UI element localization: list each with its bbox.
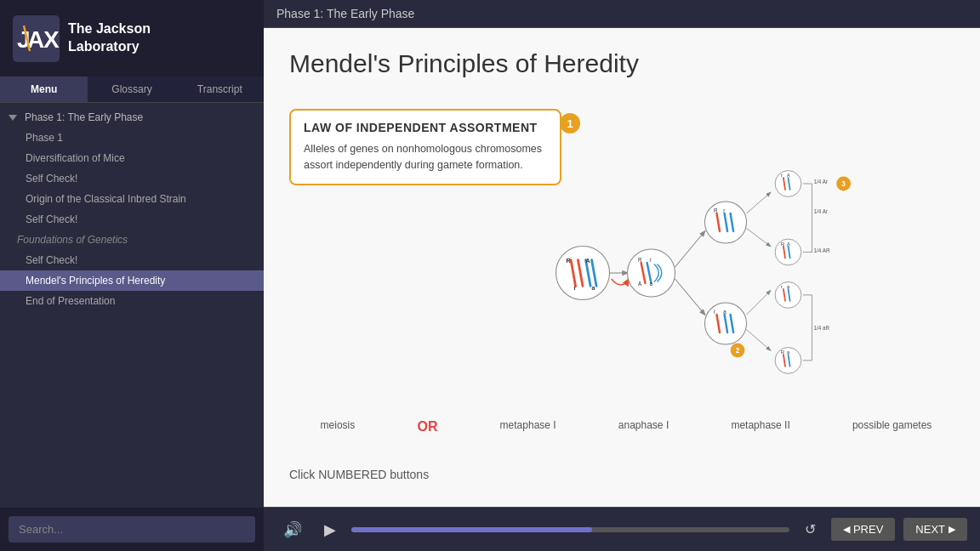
sidebar: J A X The Jackson Laboratory Menu Glossa… (0, 0, 264, 551)
svg-text:A: A (787, 241, 790, 247)
stage-meiosis: meiosis (321, 419, 356, 435)
tab-bar: Menu Glossary Transcript (0, 77, 264, 103)
volume-icon: 🔊 (283, 520, 302, 539)
stage-metaphase1: metaphase I (500, 419, 556, 435)
progress-fill (351, 527, 592, 532)
svg-text:2: 2 (736, 346, 740, 355)
svg-text:R: R (781, 241, 784, 247)
next-label: NEXT (915, 523, 945, 536)
svg-text:r: r (649, 257, 651, 263)
svg-text:1/4 Ar: 1/4 Ar (814, 208, 828, 214)
nav-item-selfcheck3[interactable]: Self Check! (0, 250, 264, 270)
svg-line-22 (675, 231, 705, 267)
logo-text: The Jackson Laboratory (68, 20, 151, 56)
nav-item-phase1[interactable]: Phase 1 (0, 128, 264, 148)
svg-text:r: r (714, 309, 715, 315)
svg-line-38 (747, 193, 771, 214)
nav-item-selfcheck2[interactable]: Self Check! (0, 209, 264, 230)
svg-line-39 (747, 229, 771, 247)
prev-chevron-icon: ◀ (843, 524, 850, 535)
svg-point-15 (628, 249, 675, 297)
svg-text:1/4 aR: 1/4 aR (814, 325, 830, 331)
header-title: Phase 1: The Early Phase (276, 7, 414, 20)
svg-text:r: r (781, 284, 783, 289)
svg-text:R: R (714, 207, 718, 213)
stage-possible-gametes: possible gametes (852, 419, 932, 435)
volume-button[interactable]: 🔊 (276, 517, 309, 542)
nav-item-diversification[interactable]: Diversification of Mice (0, 148, 264, 168)
svg-text:r: r (723, 207, 725, 213)
nav-item-origin[interactable]: Origin of the Classical Inbred Strain (0, 189, 264, 209)
svg-text:R: R (781, 349, 784, 355)
svg-text:r: r (781, 173, 783, 178)
svg-text:R: R (566, 258, 570, 264)
svg-point-5 (556, 247, 610, 300)
slide-content: Mendel's Principles of Heredity LAW OF I… (264, 28, 980, 507)
next-button[interactable]: NEXT ▶ (903, 518, 967, 541)
tab-menu[interactable]: Menu (0, 77, 88, 102)
svg-text:a: a (592, 285, 595, 291)
svg-text:1/4 Ar: 1/4 Ar (814, 179, 828, 185)
stage-labels: meiosis OR metaphase I anaphase I metaph… (289, 419, 963, 435)
expand-icon (9, 115, 17, 121)
stage-anaphase1: anaphase I (618, 419, 669, 435)
svg-text:X: X (43, 26, 60, 53)
click-instruction: Click NUMBERED buttons (289, 468, 429, 481)
progress-bar[interactable] (351, 527, 789, 532)
svg-text:A: A (787, 173, 790, 178)
play-icon: ▶ (324, 520, 336, 539)
content-header: Phase 1: The Early Phase (264, 0, 980, 28)
svg-line-41 (747, 330, 771, 351)
tab-glossary[interactable]: Glossary (88, 77, 175, 102)
search-area (0, 508, 264, 551)
nav-section-foundations: Foundations of Genetics (0, 230, 264, 250)
controls-bar: 🔊 ▶ ↺ ◀ PREV NEXT ▶ (264, 507, 980, 551)
next-chevron-icon: ▶ (949, 524, 955, 535)
svg-text:A: A (586, 258, 590, 264)
law-title: LAW OF INDEPENDENT ASSORTMENT (304, 121, 547, 134)
prev-label: PREV (853, 523, 883, 536)
stage-metaphase2: metaphase II (731, 419, 789, 435)
prev-button[interactable]: ◀ PREV (831, 518, 895, 541)
search-input[interactable] (9, 516, 255, 542)
tab-transcript[interactable]: Transcript (176, 77, 264, 102)
svg-text:a: a (649, 281, 652, 287)
jax-logo-icon: J A X (13, 15, 60, 62)
svg-text:1/4 AR: 1/4 AR (814, 247, 830, 253)
law-desc: Alleles of genes on nonhomologous chromo… (304, 141, 547, 173)
svg-text:a: a (723, 309, 726, 315)
nav-item-mendel[interactable]: Mendel's Principles of Heredity (0, 270, 264, 291)
nav-item-end[interactable]: End of Presentation (0, 291, 264, 311)
stage-or: OR (417, 419, 437, 435)
svg-text:R: R (638, 257, 642, 263)
nav-section-phase1[interactable]: Phase 1: The Early Phase (0, 107, 264, 128)
svg-line-40 (747, 291, 771, 315)
play-button[interactable]: ▶ (317, 517, 343, 542)
svg-line-23 (675, 279, 705, 315)
svg-text:3: 3 (841, 179, 846, 188)
phase1-section-label: Phase 1: The Early Phase (25, 111, 143, 123)
svg-text:r: r (574, 285, 577, 291)
slide-area: Mendel's Principles of Heredity LAW OF I… (264, 28, 980, 507)
reload-button[interactable]: ↺ (798, 518, 823, 541)
nav-tree: Phase 1: The Early Phase Phase 1 Diversi… (0, 103, 264, 508)
law-box: LAW OF INDEPENDENT ASSORTMENT Alleles of… (289, 109, 561, 185)
logo-area: J A X The Jackson Laboratory (0, 0, 264, 77)
nav-item-selfcheck1[interactable]: Self Check! (0, 168, 264, 189)
main-content: Phase 1: The Early Phase Mendel's Princi… (264, 0, 980, 551)
reload-icon: ↺ (805, 521, 816, 537)
